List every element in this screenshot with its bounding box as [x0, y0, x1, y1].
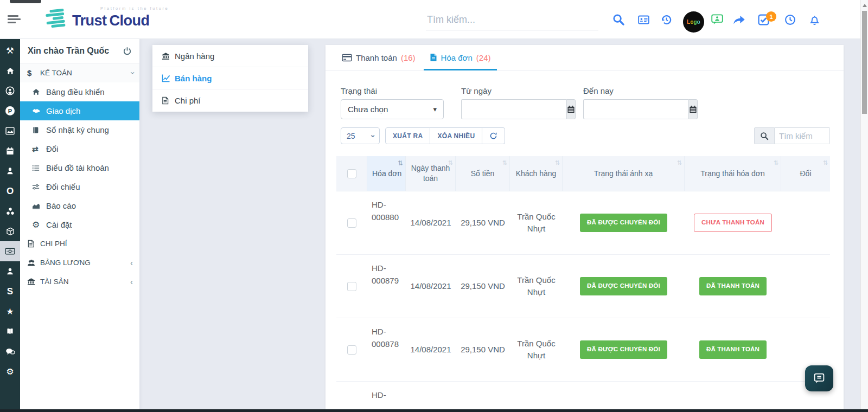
sidebar-item-reports[interactable]: Báo cáo [20, 196, 139, 215]
rail-chart-image-icon[interactable] [0, 121, 20, 141]
table-search-input[interactable] [775, 127, 830, 144]
app-logo[interactable]: Platform is the future TrustCloud [46, 7, 150, 30]
file-icon [162, 96, 175, 105]
sort-icon[interactable]: ⇅ [398, 159, 403, 168]
sidebar-item-settings[interactable]: ⚙ Cài đặt [20, 215, 139, 234]
sort-icon[interactable]: ⇅ [448, 159, 453, 167]
rail-product-icon[interactable]: P [0, 101, 20, 121]
journal-book-icon [32, 126, 46, 134]
user-avatar[interactable]: Logo [683, 11, 704, 33]
rail-expense-money-icon[interactable] [0, 241, 20, 261]
sort-icon[interactable]: ⇅ [677, 159, 682, 167]
search-icon [760, 132, 769, 140]
tab-payments[interactable]: Thanh toán (16) [335, 45, 423, 70]
rail-worker-icon[interactable] [0, 161, 20, 181]
file-icon [27, 240, 40, 248]
sort-icon[interactable]: ⇅ [555, 159, 560, 167]
notification-count-badge: 1 [766, 11, 776, 22]
rail-comments-icon[interactable] [0, 342, 20, 362]
amount: 29,150 VND [456, 318, 510, 381]
transactions-submenu-panel: Ngân hàng Bán hàng Chi phí [152, 45, 308, 112]
invoice-number[interactable]: HD- [367, 382, 406, 409]
rail-package-icon[interactable] [0, 221, 20, 241]
invoice-table-body: HD-000880 14/08/2021 29,150 VND Trần Quố… [336, 191, 830, 409]
page-scrollbar[interactable] [860, 0, 868, 409]
submenu-item-bank[interactable]: Ngân hàng [152, 45, 308, 67]
sidebar-item-reconciliation[interactable]: Đối chiếu [20, 177, 139, 196]
rail-gears-icon[interactable]: ⚙ [0, 362, 20, 382]
search-icon[interactable] [609, 0, 628, 39]
invoice-number[interactable]: HD-000878 [367, 318, 406, 381]
tab-bar: Thanh toán (16) Hóa đơn (24) [326, 45, 844, 70]
rail-gavel-icon[interactable]: ⚒ [0, 41, 20, 61]
rail-o-module-icon[interactable]: O [0, 181, 20, 201]
mapping-status-badge: ĐÃ ĐƯỢC CHUYỂN ĐỔI [580, 340, 667, 358]
sidebar-item-general-journal[interactable]: Sổ nhật ký chung [20, 120, 139, 139]
bank-icon [27, 278, 40, 286]
rail-user-icon[interactable] [0, 261, 20, 281]
rail-user-circle-icon[interactable] [0, 81, 20, 101]
status-filter-select[interactable]: Chưa chọn ▾ [341, 99, 444, 119]
sidebar-item-transactions[interactable]: Giao dịch [20, 101, 139, 120]
rail-calendar-icon[interactable] [0, 141, 20, 161]
rail-home-icon[interactable] [0, 61, 20, 81]
header-payment-date[interactable]: Ngày thanh toán ⇅ [406, 156, 456, 191]
tab-invoices[interactable]: Hóa đơn (24) [423, 45, 498, 70]
sidebar-item-exchange[interactable]: ⇄ Đổi [20, 139, 139, 158]
sidebar-section-expenses[interactable]: CHI PHÍ [20, 234, 139, 253]
history-icon[interactable] [656, 0, 676, 39]
from-date-calendar-button[interactable] [566, 99, 576, 119]
sidebar-section-payroll[interactable]: BẢNG LƯƠNG ‹ [20, 253, 139, 272]
from-date-input[interactable] [461, 99, 566, 119]
rail-cubes-icon[interactable] [0, 201, 20, 221]
sort-icon[interactable]: ⇅ [823, 159, 828, 167]
chat-widget-button[interactable] [805, 365, 833, 391]
scrollbar-up-arrow[interactable] [863, 4, 867, 7]
sidebar-section-accounting[interactable]: $ KẾ TOÁN ‹ [20, 63, 139, 82]
row-checkbox[interactable] [347, 218, 356, 228]
browser-artifact [10, 0, 41, 3]
header-convert[interactable]: Đổi ⇅ [781, 156, 830, 191]
power-logout-icon[interactable] [123, 47, 132, 56]
header-invoice[interactable]: Hóa đơn ⇅ [367, 156, 406, 191]
scrollbar-thumb[interactable] [862, 11, 867, 114]
rail-sales-icon[interactable]: S [0, 281, 20, 301]
header-amount[interactable]: Số tiền ⇅ [456, 156, 510, 191]
header-customer[interactable]: Khách hàng ⇅ [510, 156, 563, 191]
invoice-number[interactable]: HD-000880 [367, 191, 406, 254]
row-checkbox[interactable] [347, 345, 356, 355]
tab-count: (24) [476, 53, 491, 62]
submenu-item-sales[interactable]: Bán hàng [152, 67, 308, 89]
to-date-input[interactable] [583, 99, 688, 119]
clock-icon[interactable] [780, 0, 800, 39]
sort-icon[interactable]: ⇅ [774, 159, 778, 167]
refresh-button[interactable] [482, 127, 505, 144]
select-all-checkbox[interactable] [347, 169, 356, 178]
contact-card-icon[interactable] [634, 0, 653, 39]
sort-icon[interactable]: ⇅ [502, 159, 507, 167]
hamburger-menu-icon[interactable] [8, 15, 22, 25]
to-date-calendar-button[interactable] [688, 99, 698, 119]
to-date-group [583, 99, 689, 119]
header-invoice-status[interactable]: Trạng thái hóa đơn ⇅ [685, 156, 781, 191]
page-size-select[interactable]: 25 ‹ [341, 127, 380, 144]
invoice-number[interactable]: HD-000879 [367, 255, 406, 318]
sidebar-item-dashboard[interactable]: Bảng điều khiển [20, 82, 139, 101]
row-checkbox[interactable] [347, 282, 356, 291]
sidebar-item-chart-of-accounts[interactable]: Biểu đồ tài khoản [20, 158, 139, 177]
table-row: HD-000880 14/08/2021 29,150 VND Trần Quố… [336, 191, 830, 255]
support-chat-icon[interactable] [707, 0, 727, 39]
sidebar-section-assets[interactable]: TÀI SẢN ‹ [20, 272, 139, 291]
export-button[interactable]: XUẤT RA [385, 127, 430, 144]
header-mapping-status[interactable]: Trạng thái ánh xạ ⇅ [563, 156, 685, 191]
bell-icon[interactable] [805, 0, 824, 39]
global-search-input[interactable] [426, 12, 598, 30]
avatar-label: Logo [687, 19, 700, 25]
rail-star-icon[interactable]: ★ [0, 301, 20, 321]
share-icon[interactable] [729, 0, 749, 39]
submenu-item-expenses[interactable]: Chi phí [152, 89, 308, 112]
table-search-button[interactable] [754, 127, 775, 144]
delete-many-button[interactable]: XÓA NHIỀU [430, 127, 482, 144]
rail-book-icon[interactable] [0, 321, 20, 342]
invoice-status-badge: ĐÃ THANH TOÁN [699, 277, 767, 295]
